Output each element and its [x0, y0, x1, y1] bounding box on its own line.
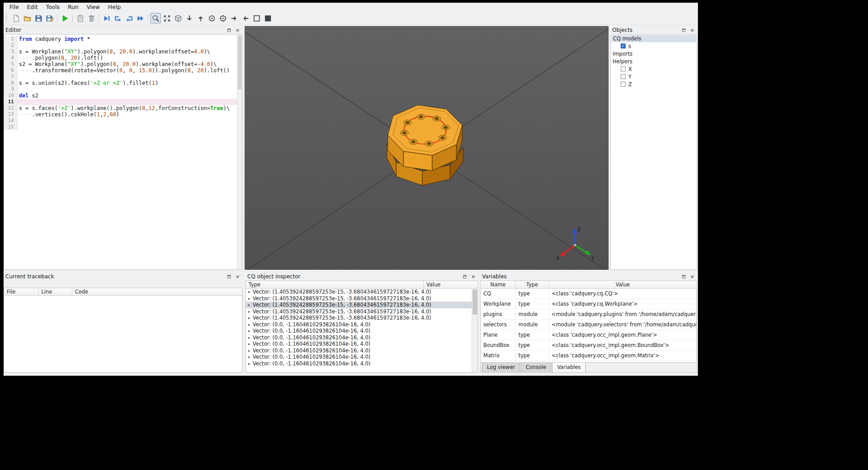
step-into-icon[interactable]	[124, 13, 134, 23]
tree-item-helper-z[interactable]: Z	[611, 80, 697, 88]
variable-row[interactable]: pluginsmodule<module 'cadquery.plugins' …	[481, 309, 697, 320]
save-as-icon[interactable]	[44, 13, 55, 23]
inspector-row[interactable]: ▸Vector: (0.0, -1.1604610293826104e-16, …	[246, 360, 472, 367]
inspector-row[interactable]: ▸Vector: (0.0, -1.1604610293826104e-16, …	[246, 334, 472, 341]
tree-group-cq-models[interactable]: CQ models	[611, 35, 696, 42]
fit-view-icon[interactable]	[162, 13, 172, 23]
code-line[interactable]: 12s = s.faces('>Z').workplane().polygon(…	[4, 105, 242, 111]
inspector-scrollbar[interactable]	[472, 289, 478, 372]
target-icon[interactable]	[206, 13, 217, 23]
column-header-line[interactable]: Line	[39, 288, 72, 295]
variable-row[interactable]: selectorsmodule<module 'cadquery.selecto…	[481, 320, 697, 330]
menu-tools[interactable]: Tools	[42, 3, 64, 12]
step-over-icon[interactable]	[113, 13, 123, 23]
expand-caret-icon[interactable]: ▸	[248, 355, 253, 359]
tree-item-imports[interactable]: Imports	[611, 50, 697, 57]
expand-caret-icon[interactable]: ▸	[248, 303, 253, 307]
inspector-row[interactable]: ▸Vector: (1.4053924288597253e-15, -3.680…	[246, 308, 472, 315]
arrow-left-icon[interactable]	[240, 13, 250, 23]
inspector-row[interactable]: ▸Vector: (0.0, -1.1604610293826104e-16, …	[246, 321, 472, 328]
column-header-file[interactable]: File	[4, 288, 39, 295]
code-line[interactable]: 6····.transformed(rotate=Vector(0, 0, 15…	[4, 67, 242, 74]
float-panel-icon[interactable]	[226, 273, 232, 280]
menu-help[interactable]: Help	[104, 3, 125, 12]
code-line[interactable]: 4····.polygon(8, 20).loft()	[4, 55, 242, 61]
tab-log-viewer[interactable]: Log viewer	[482, 363, 520, 373]
checkbox-s[interactable]: ✓	[621, 44, 626, 48]
expand-caret-icon[interactable]: ▸	[248, 322, 253, 327]
record-icon[interactable]	[218, 13, 228, 23]
shaded-icon[interactable]	[263, 13, 273, 23]
inspector-row[interactable]: ▸Vector: (1.4053924288597253e-15, -3.680…	[246, 315, 472, 321]
viewport-canvas[interactable]: Z Y X	[245, 26, 609, 270]
menu-edit[interactable]: Edit	[23, 3, 42, 12]
float-panel-icon[interactable]	[680, 27, 687, 33]
tab-console[interactable]: Console	[521, 363, 551, 373]
model-octagon-part[interactable]	[387, 105, 463, 185]
wireframe-icon[interactable]	[251, 13, 262, 23]
float-panel-icon[interactable]	[226, 27, 232, 33]
editor-scrollbar-handle[interactable]	[238, 35, 241, 89]
expand-caret-icon[interactable]: ▸	[248, 316, 253, 320]
expand-caret-icon[interactable]: ▸	[248, 342, 253, 346]
open-folder-icon[interactable]	[22, 13, 32, 23]
tree-item-helpers[interactable]: Helpers	[611, 57, 697, 65]
expand-caret-icon[interactable]: ▸	[248, 348, 253, 353]
inspector-scrollbar-handle[interactable]	[473, 290, 477, 315]
column-header-type[interactable]: Type	[246, 281, 424, 288]
column-header-value[interactable]: Value	[424, 281, 478, 288]
close-panel-icon[interactable]	[470, 273, 476, 280]
checkbox-z[interactable]	[621, 82, 626, 87]
close-panel-icon[interactable]	[234, 27, 241, 33]
debug-icon[interactable]	[101, 13, 112, 23]
tree-item-helper-y[interactable]: Y	[611, 73, 697, 80]
expand-caret-icon[interactable]: ▸	[248, 309, 253, 314]
arrow-down-icon[interactable]	[184, 13, 194, 23]
code-line[interactable]: 10del s2	[4, 92, 242, 99]
tree-item-helper-x[interactable]: X	[611, 65, 697, 73]
checkbox-x[interactable]	[621, 66, 626, 71]
run-icon[interactable]	[60, 13, 70, 23]
variable-row[interactable]: CQtype<class 'cadquery.cq.CQ'>	[481, 289, 697, 299]
continue-icon[interactable]	[135, 13, 145, 23]
variable-row[interactable]: BoundBoxtype<class 'cadquery.occ_impl.ge…	[481, 340, 697, 351]
column-header-value[interactable]: Value	[549, 281, 697, 288]
menu-view[interactable]: View	[83, 3, 104, 12]
close-panel-icon[interactable]	[689, 273, 695, 280]
arrow-right-icon[interactable]	[229, 13, 239, 23]
menu-run[interactable]: Run	[64, 3, 83, 12]
column-header-name[interactable]: Name	[481, 281, 516, 288]
code-line[interactable]: 9	[4, 86, 242, 92]
float-panel-icon[interactable]	[461, 273, 468, 280]
close-panel-icon[interactable]	[234, 273, 241, 280]
arrow-up-icon[interactable]	[195, 13, 206, 23]
new-file-icon[interactable]	[11, 13, 21, 23]
variable-row[interactable]: Planetype<class 'cadquery.occ_impl.geom.…	[481, 330, 697, 340]
iso-view-icon[interactable]	[173, 13, 183, 23]
inspector-row[interactable]: ▸Vector: (1.4053924288597253e-15, -3.680…	[246, 295, 472, 302]
code-line[interactable]: 7	[4, 74, 242, 80]
save-icon[interactable]	[33, 13, 44, 23]
inspector-row[interactable]: ▸Vector: (0.0, -1.1604610293826104e-16, …	[246, 328, 472, 334]
inspector-row[interactable]: ▸Vector: (1.4053924288597253e-15, -3.680…	[246, 289, 472, 295]
code-line[interactable]: 2	[4, 42, 242, 48]
expand-caret-icon[interactable]: ▸	[248, 290, 253, 294]
expand-caret-icon[interactable]: ▸	[248, 329, 253, 333]
toolbar-handle[interactable]	[6, 14, 8, 22]
expand-caret-icon[interactable]: ▸	[248, 296, 253, 301]
menu-file[interactable]: File	[5, 3, 23, 12]
trash-icon[interactable]	[86, 13, 96, 23]
tree-item-s[interactable]: ✓s	[611, 42, 697, 50]
code-editor[interactable]: 1from cadquery import *23s = Workplane("…	[4, 34, 242, 270]
tab-variables[interactable]: Variables	[552, 363, 586, 373]
code-line[interactable]: 1from cadquery import *	[4, 36, 242, 42]
code-line[interactable]: 5s2 = Workplane("XY").polygon(8, 20.0).w…	[4, 61, 242, 67]
float-panel-icon[interactable]	[680, 273, 687, 280]
expand-caret-icon[interactable]: ▸	[248, 361, 253, 366]
code-line[interactable]: 8s = s.union(s2).faces('>Z or <Z').fille…	[4, 80, 242, 86]
code-line[interactable]: 13····.vertices().cskHole(1,2,60)	[4, 111, 242, 118]
code-line[interactable]: 15	[4, 124, 242, 130]
inspector-row[interactable]: ▸Vector: (0.0, -1.1604610293826104e-16, …	[246, 341, 472, 347]
inspector-row[interactable]: ▸Vector: (1.4053924288597253e-15, -3.680…	[246, 302, 472, 308]
expand-caret-icon[interactable]: ▸	[248, 335, 253, 340]
